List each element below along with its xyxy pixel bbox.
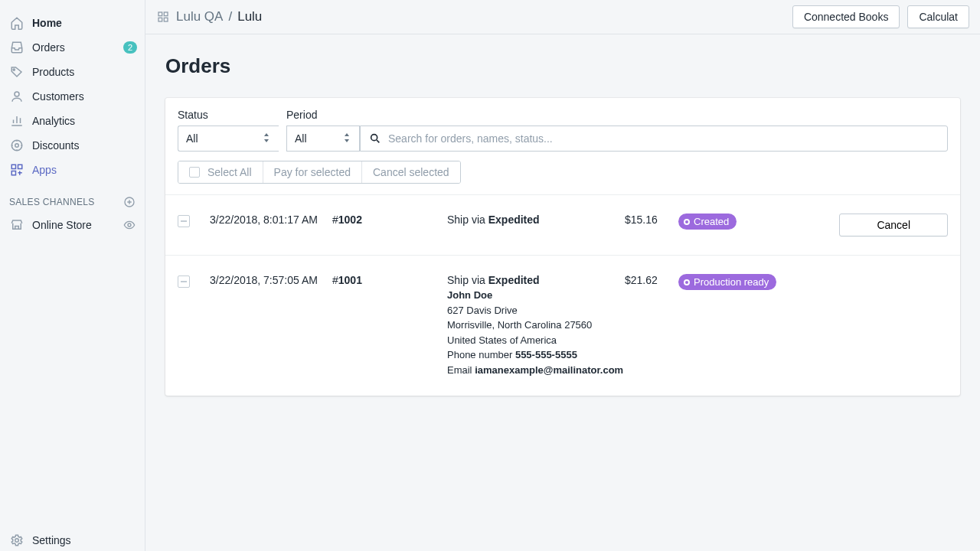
order-address: John Doe 627 Davis Drive Morrisville, No… <box>447 288 625 377</box>
order-status: Created <box>678 214 828 230</box>
order-date: 3/22/2018, 8:01:17 AM <box>210 214 332 226</box>
filter-row: Status All Period All <box>178 109 948 152</box>
cancel-selected-button[interactable]: Cancel selected <box>361 161 460 183</box>
orders-badge: 2 <box>123 41 137 54</box>
eye-icon[interactable] <box>123 219 136 231</box>
period-label: Period <box>286 109 360 121</box>
svg-rect-12 <box>158 18 162 21</box>
order-actions: Cancel <box>828 214 948 236</box>
order-status: Production ready <box>678 274 828 290</box>
tag-icon <box>9 64 24 80</box>
home-icon <box>9 15 24 31</box>
svg-point-2 <box>11 140 22 151</box>
breadcrumb-current: Lulu <box>237 9 262 24</box>
svg-rect-6 <box>11 171 15 175</box>
sidebar-item-home[interactable]: Home <box>0 11 145 35</box>
breadcrumb-sep: / <box>228 9 232 24</box>
svg-point-8 <box>128 223 131 227</box>
connected-books-button[interactable]: Connected Books <box>792 5 900 28</box>
add-channel-icon[interactable] <box>123 196 136 208</box>
discount-icon <box>9 138 24 153</box>
apps-icon <box>9 162 24 178</box>
order-shipping: Ship via Expedited John Doe 627 Davis Dr… <box>447 274 625 377</box>
pay-selected-button[interactable]: Pay for selected <box>263 161 361 183</box>
order-row[interactable]: 3/22/2018, 7:57:05 AM #1001 Ship via Exp… <box>165 256 960 396</box>
sidebar-item-customers[interactable]: Customers <box>0 84 145 109</box>
status-value: All <box>186 132 263 145</box>
period-value: All <box>295 132 344 145</box>
sidebar: Home Orders 2 Products Customers Analy <box>0 0 145 551</box>
sort-caret-icon <box>344 133 351 144</box>
order-id: #1002 <box>332 214 447 226</box>
row-checkbox[interactable] <box>178 215 190 227</box>
topbar: Lulu QA / Lulu Connected Books Calculat <box>145 0 980 34</box>
user-icon <box>9 89 24 104</box>
sidebar-item-discounts[interactable]: Discounts <box>0 133 145 158</box>
filter-period: Period All <box>286 109 360 152</box>
channel-online-store[interactable]: Online Store <box>0 213 145 237</box>
order-price: $21.62 <box>625 274 678 286</box>
sales-channels-header: SALES CHANNELS <box>0 182 145 213</box>
bulk-actions: Select All Pay for selected Cancel selec… <box>178 161 948 184</box>
select-all-checkbox[interactable] <box>189 167 200 178</box>
search-icon <box>368 132 382 145</box>
status-dot-icon <box>684 219 690 225</box>
status-badge: Created <box>678 214 737 230</box>
status-badge: Production ready <box>678 274 776 290</box>
search-field[interactable] <box>360 126 948 152</box>
sidebar-item-analytics[interactable]: Analytics <box>0 109 145 133</box>
svg-rect-10 <box>158 12 162 16</box>
svg-point-9 <box>15 539 19 543</box>
select-all-button[interactable]: Select All <box>178 161 263 183</box>
cancel-button[interactable]: Cancel <box>839 214 948 236</box>
period-select[interactable]: All <box>286 126 360 152</box>
settings-label: Settings <box>32 534 71 546</box>
app-icon <box>156 10 170 24</box>
inbox-icon <box>9 40 24 55</box>
svg-rect-5 <box>18 165 22 168</box>
sidebar-item-label: Customers <box>32 90 137 103</box>
chart-icon <box>9 113 24 129</box>
breadcrumb-parent[interactable]: Lulu QA <box>176 9 223 24</box>
order-id: #1001 <box>332 274 447 286</box>
status-label: Status <box>178 109 279 121</box>
sidebar-item-products[interactable]: Products <box>0 60 145 84</box>
status-select[interactable]: All <box>178 126 279 152</box>
svg-point-1 <box>15 92 19 96</box>
channel-label: Online Store <box>32 219 123 231</box>
gear-icon <box>9 533 24 548</box>
select-all-label: Select All <box>207 166 252 178</box>
filter-status: Status All <box>178 109 279 152</box>
sidebar-item-apps[interactable]: Apps <box>0 158 145 182</box>
store-icon <box>9 217 24 233</box>
content: Orders Status All Period <box>145 34 980 551</box>
sort-caret-icon <box>263 133 271 144</box>
sidebar-item-label: Products <box>32 66 137 78</box>
sidebar-item-orders[interactable]: Orders 2 <box>0 35 145 60</box>
sidebar-item-settings[interactable]: Settings <box>0 528 145 551</box>
status-dot-icon <box>684 279 690 285</box>
sidebar-item-label: Discounts <box>32 139 137 152</box>
svg-point-3 <box>15 144 19 148</box>
sidebar-item-label: Orders <box>32 41 123 54</box>
nav-list: Home Orders 2 Products Customers Analy <box>0 11 145 182</box>
sidebar-item-label: Apps <box>32 164 137 176</box>
order-shipping: Ship via Expedited <box>447 214 625 226</box>
order-price: $15.16 <box>625 214 678 226</box>
order-date: 3/22/2018, 7:57:05 AM <box>210 274 332 286</box>
calculate-button[interactable]: Calculat <box>907 5 969 28</box>
bulk-group: Select All Pay for selected Cancel selec… <box>178 161 461 184</box>
order-row[interactable]: 3/22/2018, 8:01:17 AM #1002 Ship via Exp… <box>165 195 960 256</box>
sidebar-item-label: Home <box>32 17 137 29</box>
svg-rect-4 <box>11 165 15 168</box>
page-title: Orders <box>165 54 960 78</box>
breadcrumb: Lulu QA / Lulu <box>156 9 262 24</box>
section-label: SALES CHANNELS <box>9 197 123 207</box>
svg-rect-11 <box>164 12 168 16</box>
filters: Status All Period All <box>165 98 960 195</box>
svg-point-0 <box>13 69 15 70</box>
search-input[interactable] <box>388 132 939 145</box>
main: Lulu QA / Lulu Connected Books Calculat … <box>145 0 980 551</box>
row-checkbox[interactable] <box>178 276 190 288</box>
sidebar-item-label: Analytics <box>32 115 137 127</box>
